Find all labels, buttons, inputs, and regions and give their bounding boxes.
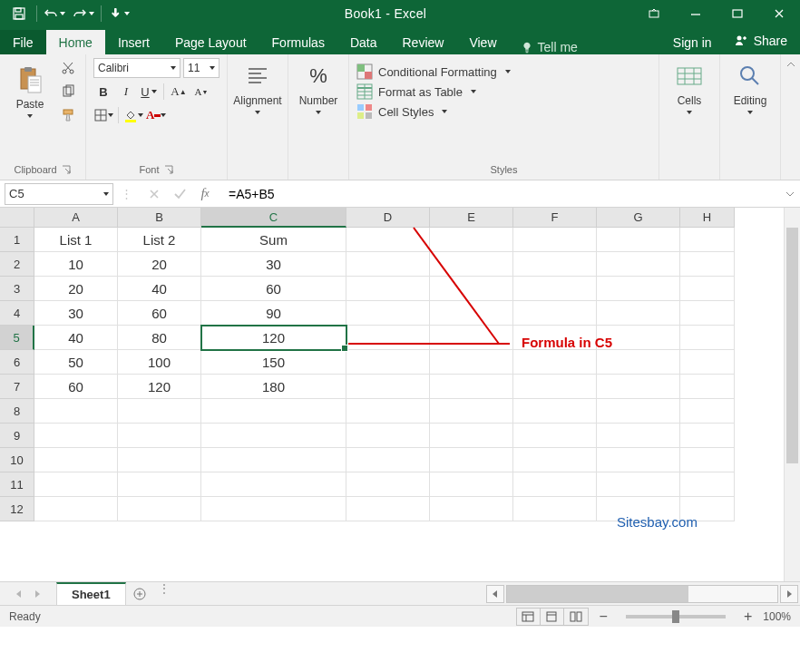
cell-D11[interactable] [346,472,430,497]
cell-H5[interactable] [680,326,735,350]
editing-button[interactable]: Editing [727,58,773,118]
cell-H2[interactable] [680,252,735,277]
tell-me-search[interactable]: Tell me [510,40,589,54]
row-header-12[interactable]: 12 [0,497,34,521]
page-layout-view-icon[interactable] [541,609,564,625]
cell-D3[interactable] [346,277,430,301]
tab-formulas[interactable]: Formulas [259,30,337,54]
tab-file[interactable]: File [0,30,46,54]
select-all-corner[interactable] [0,208,34,228]
cell-E1[interactable] [430,228,513,252]
sheet-next-icon[interactable] [33,589,42,599]
dialog-launcher-icon[interactable] [163,164,174,175]
cell-G7[interactable] [597,375,680,399]
cell-E9[interactable] [430,424,513,448]
cells-button[interactable]: Cells [667,58,712,118]
col-header-B[interactable]: B [118,208,201,228]
cell-E11[interactable] [430,472,513,497]
tab-view[interactable]: View [456,30,509,54]
cell-F9[interactable] [513,424,597,448]
cell-G10[interactable] [597,448,680,472]
cell-B4[interactable]: 60 [118,301,201,326]
hscroll-left-icon[interactable] [486,585,504,603]
grow-font-button[interactable]: A▲ [169,82,189,102]
cell-D12[interactable] [346,497,430,521]
cell-E7[interactable] [430,375,513,399]
cell-A10[interactable] [34,448,118,472]
cell-C1[interactable]: Sum [201,228,346,252]
tab-review[interactable]: Review [390,30,457,54]
zoom-slider[interactable] [626,615,726,618]
row-header-9[interactable]: 9 [0,424,34,448]
cell-B8[interactable] [118,399,201,424]
cell-E12[interactable] [430,497,513,521]
sheetbar-gripper[interactable]: ⋮ [153,582,177,605]
cell-B12[interactable] [118,497,201,521]
cell-B3[interactable]: 40 [118,277,201,301]
cell-A3[interactable]: 20 [34,277,118,301]
cell-G11[interactable] [597,472,680,497]
cell-C4[interactable]: 90 [201,301,346,326]
row-header-10[interactable]: 10 [0,448,34,472]
add-sheet-button[interactable] [126,582,153,605]
cell-H6[interactable] [680,350,735,375]
name-box[interactable]: C5 [5,183,113,205]
fill-color-button[interactable] [123,105,143,125]
cell-G8[interactable] [597,399,680,424]
cell-B6[interactable]: 100 [118,350,201,375]
normal-view-icon[interactable] [517,609,541,625]
row-header-4[interactable]: 4 [0,301,34,326]
tab-insert[interactable]: Insert [105,30,162,54]
cell-F7[interactable] [513,375,597,399]
cell-E5[interactable] [430,326,513,350]
cell-C10[interactable] [201,448,346,472]
copy-icon[interactable] [58,82,78,102]
alignment-button[interactable]: Alignment [235,58,280,118]
cell-G1[interactable] [597,228,680,252]
cell-styles-button[interactable]: Cell Styles [356,103,511,120]
cell-C7[interactable]: 180 [201,375,346,399]
insert-function-icon[interactable]: fx [192,183,218,205]
cell-A7[interactable]: 60 [34,375,118,399]
cell-F1[interactable] [513,228,597,252]
row-header-8[interactable]: 8 [0,399,34,424]
col-header-G[interactable]: G [597,208,680,228]
cell-F8[interactable] [513,399,597,424]
sign-in-link[interactable]: Sign in [660,30,721,54]
cell-C12[interactable] [201,497,346,521]
cell-D6[interactable] [346,350,430,375]
cell-F3[interactable] [513,277,597,301]
cell-B2[interactable]: 20 [118,252,201,277]
format-painter-icon[interactable] [58,105,78,125]
cell-A11[interactable] [34,472,118,497]
cell-F2[interactable] [513,252,597,277]
row-header-11[interactable]: 11 [0,472,34,497]
cell-A8[interactable] [34,399,118,424]
zoom-out-button[interactable]: − [596,609,611,625]
cell-F10[interactable] [513,448,597,472]
cell-C5[interactable]: 120 [201,326,346,350]
enter-formula-icon[interactable] [167,183,192,205]
conditional-formatting-button[interactable]: Conditional Formatting [356,63,511,80]
col-header-E[interactable]: E [430,208,513,228]
cell-H10[interactable] [680,448,735,472]
cell-E6[interactable] [430,350,513,375]
dialog-launcher-icon[interactable] [61,164,72,175]
collapse-ribbon-icon[interactable] [780,54,800,180]
expand-formula-bar-icon[interactable] [780,189,800,200]
cell-E8[interactable] [430,399,513,424]
cell-B5[interactable]: 80 [118,326,201,350]
tab-page-layout[interactable]: Page Layout [162,30,259,54]
row-header-7[interactable]: 7 [0,375,34,399]
cell-H7[interactable] [680,375,735,399]
cell-A6[interactable]: 50 [34,350,118,375]
col-header-D[interactable]: D [346,208,430,228]
cell-G6[interactable] [597,350,680,375]
cancel-formula-icon[interactable] [141,183,167,205]
zoom-level[interactable]: 100% [763,610,791,623]
cell-G4[interactable] [597,301,680,326]
row-header-5[interactable]: 5 [0,326,34,350]
font-color-button[interactable]: A [146,105,166,125]
col-header-F[interactable]: F [513,208,597,228]
cell-D1[interactable] [346,228,430,252]
